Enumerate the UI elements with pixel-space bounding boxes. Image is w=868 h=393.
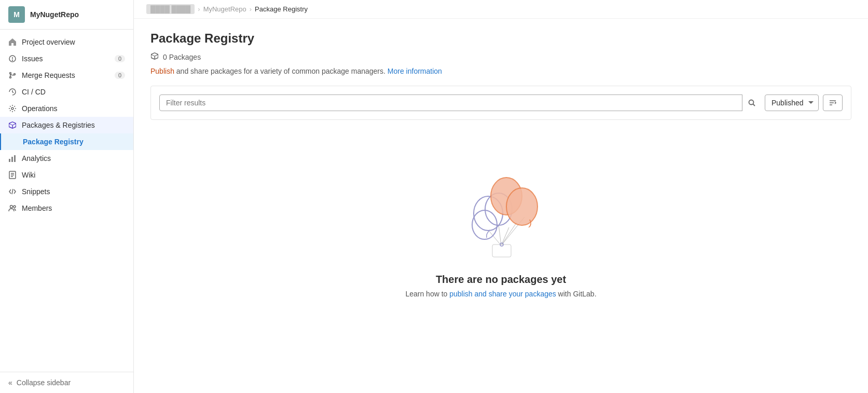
nav-label-ci-cd: CI / CD: [22, 88, 46, 96]
filter-bar: Published Draft All: [150, 86, 851, 120]
sidebar-header: M MyNugetRepo: [0, 0, 133, 30]
search-button[interactable]: [742, 94, 761, 111]
breadcrumb-sep-1: ›: [198, 5, 200, 13]
published-select[interactable]: Published Draft All: [765, 94, 819, 111]
breadcrumb-user[interactable]: ████ ████: [146, 4, 195, 14]
issues-badge: 0: [115, 55, 125, 62]
nav-label-merge-requests: Merge Requests: [22, 71, 75, 79]
svg-point-31: [506, 188, 538, 225]
breadcrumb-project[interactable]: MyNugetRepo: [203, 5, 246, 13]
packages-count-text: 0 Packages: [163, 53, 201, 61]
breadcrumb-sep-2: ›: [250, 5, 252, 13]
empty-subtitle-end: with GitLab.: [556, 290, 597, 298]
svg-point-6: [11, 107, 13, 110]
svg-line-17: [753, 104, 755, 106]
collapse-icon: «: [8, 378, 12, 387]
page-title: Package Registry: [150, 31, 851, 46]
nav-label-package-registry: Package Registry: [23, 138, 84, 146]
empty-subtitle: Learn how to publish and share your pack…: [405, 290, 596, 298]
more-info-link[interactable]: More information: [388, 67, 442, 75]
snippets-icon: [8, 187, 17, 196]
sidebar-item-merge-requests[interactable]: Merge Requests 0: [0, 67, 133, 84]
sidebar-item-issues[interactable]: Issues 0: [0, 50, 133, 67]
svg-point-3: [10, 73, 11, 74]
svg-point-32: [472, 210, 497, 239]
svg-rect-7: [9, 159, 10, 162]
sidebar-item-packages-registries[interactable]: Packages & Registries: [0, 117, 133, 133]
sidebar-item-analytics[interactable]: Analytics: [0, 150, 133, 167]
breadcrumb-current: Package Registry: [255, 5, 308, 13]
nav-label-project-overview: Project overview: [22, 38, 75, 46]
publish-share-link[interactable]: publish and share your packages: [449, 290, 556, 298]
description: Publish and share packages for a variety…: [150, 67, 851, 75]
sidebar-nav: Project overview Issues 0 Merge Requests…: [0, 30, 133, 372]
sidebar: M MyNugetRepo Project overview Issues 0 …: [0, 0, 134, 393]
merge-icon: [8, 71, 17, 79]
sidebar-item-project-overview[interactable]: Project overview: [0, 34, 133, 50]
filter-controls: Published Draft All: [765, 94, 843, 111]
svg-point-15: [13, 206, 16, 208]
sort-button[interactable]: [823, 94, 843, 111]
wiki-icon: [8, 171, 17, 179]
collapse-sidebar-button[interactable]: « Collapse sidebar: [0, 372, 133, 393]
svg-rect-9: [14, 155, 16, 162]
svg-point-16: [749, 100, 753, 105]
breadcrumb: ████ ████ › MyNugetRepo › Package Regist…: [134, 0, 868, 19]
sidebar-item-package-registry[interactable]: Package Registry: [0, 133, 133, 150]
nav-label-packages-registries: Packages & Registries: [22, 121, 95, 129]
search-icon: [748, 99, 755, 106]
nav-label-analytics: Analytics: [22, 154, 51, 162]
svg-rect-8: [11, 157, 13, 162]
content-area: Package Registry 0 Packages Publish and …: [134, 19, 868, 393]
description-mid: and share packages for a variety of comm…: [174, 67, 385, 75]
sidebar-item-operations[interactable]: Operations: [0, 100, 133, 117]
sort-icon: [829, 99, 837, 107]
operations-icon: [8, 104, 17, 113]
filter-input-wrap: [159, 94, 761, 111]
publish-link[interactable]: Publish: [150, 67, 174, 75]
main-content: ████ ████ › MyNugetRepo › Package Regist…: [134, 0, 868, 393]
issues-icon: [8, 55, 17, 63]
nav-label-issues: Issues: [22, 55, 43, 63]
nav-label-members: Members: [22, 204, 52, 212]
analytics-icon: [8, 154, 17, 162]
sidebar-project-name: MyNugetRepo: [30, 10, 79, 19]
empty-state: There are no packages yet Learn how to p…: [150, 137, 851, 319]
balloons-illustration: [449, 157, 553, 261]
packages-icon: [8, 121, 17, 129]
members-icon: [8, 204, 17, 212]
avatar: M: [8, 6, 25, 23]
svg-line-22: [499, 225, 501, 246]
nav-label-snippets: Snippets: [22, 187, 50, 196]
empty-title: There are no packages yet: [436, 274, 566, 286]
cicd-icon: [8, 88, 17, 96]
sidebar-item-wiki[interactable]: Wiki: [0, 167, 133, 183]
nav-label-wiki: Wiki: [22, 171, 35, 179]
packages-count: 0 Packages: [150, 52, 851, 62]
home-icon: [8, 38, 17, 46]
svg-point-14: [10, 206, 13, 208]
sidebar-item-snippets[interactable]: Snippets: [0, 183, 133, 200]
empty-subtitle-start: Learn how to: [405, 290, 449, 298]
svg-point-2: [12, 60, 13, 61]
sidebar-item-members[interactable]: Members: [0, 200, 133, 216]
collapse-label: Collapse sidebar: [17, 378, 71, 387]
svg-point-4: [10, 77, 11, 78]
nav-label-operations: Operations: [22, 104, 57, 113]
svg-line-24: [501, 222, 517, 246]
sidebar-item-ci-cd[interactable]: CI / CD: [0, 84, 133, 100]
filter-input[interactable]: [159, 94, 761, 111]
merge-requests-badge: 0: [115, 72, 125, 79]
packages-count-icon: [150, 52, 159, 62]
